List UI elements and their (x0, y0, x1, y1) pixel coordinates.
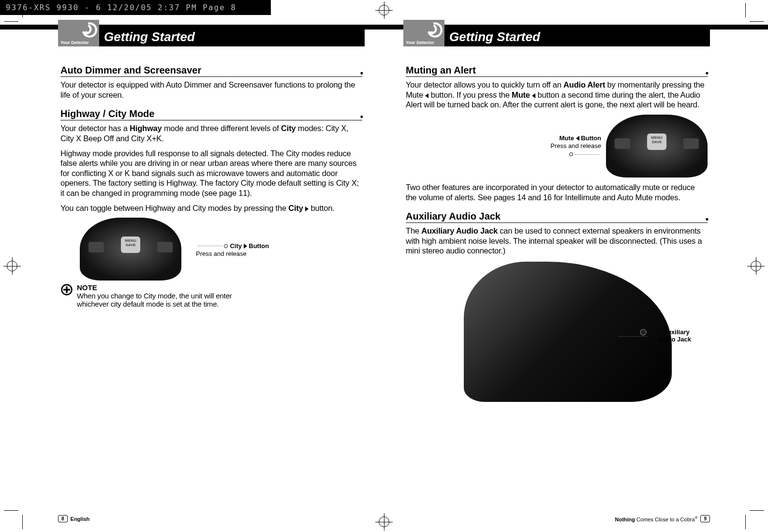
page-number: 8 (58, 515, 68, 522)
chapter-tab-label: Your Detector (406, 40, 434, 45)
page-number: 9 (700, 515, 710, 522)
figure-mute-button: Mute Button Press and release MENUSAVE (406, 115, 708, 177)
registration-mark (379, 5, 389, 15)
figure-aux-jack: Auxiliary Audio Jack (435, 262, 643, 402)
cropmark (745, 3, 746, 17)
para-auto-dimmer: Your detector is equipped with Auto Dimm… (60, 80, 362, 100)
leader-line (619, 336, 648, 337)
svg-point-0 (85, 31, 88, 34)
detector-swirl-icon (426, 22, 443, 38)
detector-front-image: MENUSAVE (606, 115, 708, 177)
note-label: NOTE (77, 283, 246, 292)
callout-city-button: City Button Press and release (196, 241, 269, 257)
menu-save-button-graphic: MENUSAVE (647, 133, 666, 150)
aux-jack-graphic (640, 329, 647, 336)
heading-highway-city: Highway / City Mode (60, 108, 362, 120)
cropmark (22, 515, 23, 529)
cropmark (750, 21, 764, 22)
heading-muting: Muting an Alert (406, 65, 708, 77)
note-icon (60, 283, 73, 296)
note-text: When you change to City mode, the unit w… (77, 292, 246, 308)
cropmark (22, 3, 23, 17)
para-aux: The Auxiliary Audio Jack can be used to … (406, 226, 708, 256)
footer-left: 8 English (58, 515, 89, 522)
page-left: Your Detector Getting Started Auto Dimme… (58, 30, 365, 402)
chapter-tab: Your Detector (403, 20, 444, 46)
cropmark (745, 515, 746, 529)
para-muting-1: Your detector allows you to quickly turn… (406, 80, 708, 110)
right-arrow-icon (305, 207, 309, 211)
heading-aux-jack: Auxiliary Audio Jack (406, 211, 708, 223)
para-highway-3: You can toggle between Highway and City … (60, 203, 362, 213)
bullet-icon (658, 331, 662, 335)
callout-aux-jack: Auxiliary Audio Jack (658, 329, 691, 343)
chapter-tab-label: Your Detector (60, 40, 89, 45)
svg-point-4 (430, 31, 433, 34)
chapter-title: Getting Started (104, 30, 195, 44)
bullet-icon (569, 152, 573, 156)
footer-tagline: Nothing Comes Close to a Cobra® (615, 516, 697, 522)
svg-rect-3 (63, 289, 70, 291)
chapter-tab: Your Detector (58, 20, 99, 46)
chapter-bar: Your Detector Getting Started (58, 27, 365, 46)
leader-line (198, 246, 222, 246)
para-highway-1: Your detector has a Highway mode and thr… (60, 123, 362, 143)
figure-city-button: MENUSAVE City Button Press and release (80, 218, 362, 281)
leader-line (575, 154, 599, 155)
menu-save-button-graphic: MENUSAVE (121, 236, 140, 253)
callout-mute-button: Mute Button Press and release (550, 133, 601, 158)
chapter-bar: Your Detector Getting Started (403, 27, 710, 46)
heading-auto-dimmer: Auto Dimmer and Screensaver (60, 65, 362, 77)
registration-mark (751, 261, 761, 271)
cropmark (750, 510, 764, 511)
detector-perspective-image (464, 262, 672, 402)
registration-mark (7, 261, 17, 271)
note-block: NOTE When you change to City mode, the u… (60, 283, 362, 308)
print-meta-header: 9376-XRS 9930 - 6 12/20/05 2:37 PM Page … (0, 0, 271, 15)
para-highway-2: Highway mode provides full response to a… (60, 148, 362, 198)
left-arrow-icon (576, 136, 579, 141)
bullet-icon (224, 244, 228, 248)
registration-mark (379, 517, 389, 527)
cropmark (4, 510, 18, 511)
footer-language: English (71, 516, 90, 522)
detector-front-image: MENUSAVE (80, 218, 181, 281)
cropmark (4, 21, 18, 22)
detector-swirl-icon (81, 22, 97, 38)
right-arrow-icon (244, 244, 247, 249)
chapter-title: Getting Started (449, 30, 540, 44)
para-muting-2: Two other features are incorporated in y… (406, 182, 708, 202)
footer-right: Nothing Comes Close to a Cobra® 9 (615, 515, 710, 522)
page-right: Your Detector Getting Started Muting an … (403, 30, 710, 402)
